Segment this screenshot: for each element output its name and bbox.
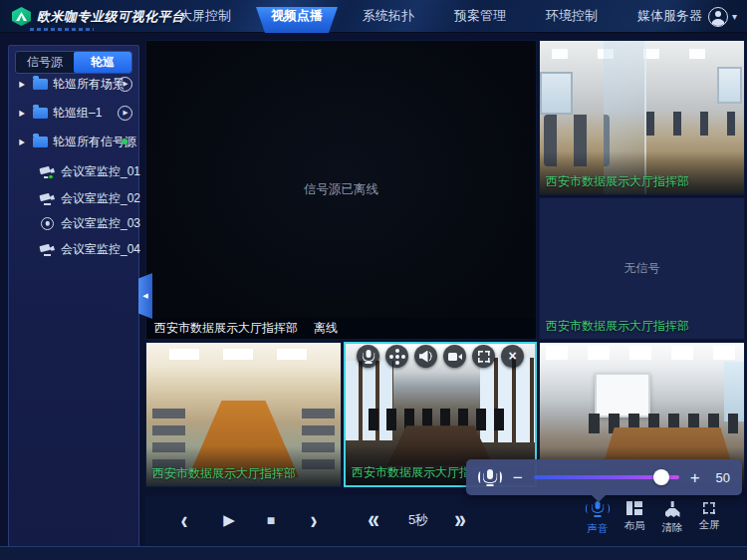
rewind-icon: « [368, 505, 379, 535]
expand-arrow-icon[interactable]: ▶ [19, 138, 25, 146]
video-title: 西安市数据展示大厅指挥部 [546, 173, 689, 190]
tree-group-patrol-group-1[interactable]: ▶ 轮巡组–1 ▶ [9, 101, 138, 125]
video-title: 西安市数据展示大厅指挥部 [154, 320, 298, 337]
sidebar-tab-group: 信号源 轮巡 [15, 51, 132, 74]
playback-control-bar: ‹ ▶ ■ › « 5秒 » 声音 布局 清除 全屏 [145, 495, 745, 545]
speaker-button[interactable] [414, 345, 437, 368]
volume-slider[interactable] [534, 469, 679, 485]
video-panel-bottom-left[interactable]: 西安市数据展示大厅指挥部 [145, 342, 342, 487]
play-icon: ▶ [223, 511, 235, 529]
video-panel-top-right[interactable]: 西安市数据展示大厅指挥部 [539, 40, 745, 195]
nav-item-system-topology[interactable]: 系统拓扑 [348, 0, 429, 33]
video-panel-main[interactable]: 信号源已离线 西安市数据展示大厅指挥部 离线 [145, 40, 537, 340]
increase-interval-button[interactable]: » [455, 495, 466, 545]
top-bar: 欧米咖专业级可视化平台 大屏控制 视频点播 系统拓扑 预案管理 环境控制 媒体服… [0, 0, 747, 33]
camera-item-02[interactable]: 会议室监控_02 [9, 188, 138, 208]
nav-item-video-on-demand[interactable]: 视频点播 [256, 0, 338, 33]
layout-button[interactable]: 布局 [615, 501, 654, 533]
tab-patrol[interactable]: 轮巡 [74, 52, 131, 73]
volume-increase-button[interactable]: + [688, 469, 702, 486]
close-button[interactable]: × [501, 345, 524, 368]
nav-item-environment-control[interactable]: 环境控制 [531, 0, 613, 33]
play-button[interactable]: ▶ [223, 495, 235, 545]
volume-slider-thumb[interactable] [653, 469, 669, 485]
ptz-camera-icon [39, 242, 57, 256]
close-icon: × [508, 349, 516, 363]
sidebar-collapse-handle[interactable]: ◀ [138, 273, 152, 319]
camera-item-01[interactable]: 会议室监控_01 [9, 161, 138, 181]
video-status: 离线 [314, 320, 338, 337]
stop-icon: ■ [267, 512, 275, 528]
camera-item-03[interactable]: 会议室监控_03 [9, 213, 138, 233]
ptz-camera-icon [39, 164, 57, 178]
tree-group-all-signal-sources[interactable]: ▶ 轮巡所有信号源 [9, 130, 138, 153]
top-navigation: 大屏控制 视频点播 系统拓扑 预案管理 环境控制 媒体服务器 [159, 0, 722, 33]
expand-arrow-icon[interactable]: ▶ [19, 109, 25, 118]
logo-deco-dashes [30, 28, 94, 31]
broom-icon [665, 501, 680, 517]
video-title: 西安市数据展示大厅指挥部 [152, 465, 296, 482]
microphone-button[interactable] [357, 345, 379, 368]
nav-item-screen-control[interactable]: 大屏控制 [164, 0, 246, 33]
video-camera-icon [448, 352, 462, 362]
video-title: 西安市数据展示大厅指挥部 [546, 318, 689, 335]
tree-group-all-scenes[interactable]: ▶ 轮巡所有场景 ▶ [9, 72, 138, 96]
layout-icon [626, 501, 642, 515]
ptz-pad-icon [395, 355, 399, 359]
next-icon: › [311, 505, 318, 535]
online-dot [48, 174, 54, 180]
play-group-button[interactable]: ▶ [118, 77, 132, 92]
interval-value: 5秒 [408, 495, 428, 545]
offline-message: 信号源已离线 [146, 181, 536, 198]
active-dot-indicator [122, 139, 127, 144]
no-signal-message: 无信号 [540, 260, 744, 277]
nav-item-media-server[interactable]: 媒体服务器 [622, 0, 717, 33]
app-window: 欧米咖专业级可视化平台 大屏控制 视频点播 系统拓扑 预案管理 环境控制 媒体服… [0, 0, 747, 560]
fullscreen-button[interactable] [472, 345, 495, 368]
logo-icon [12, 7, 31, 26]
fullscreen-icon [703, 502, 715, 514]
ptz-camera-icon [39, 191, 57, 205]
speaker-icon [419, 351, 433, 363]
expand-arrow-icon[interactable]: ▶ [19, 80, 25, 89]
folder-icon [33, 137, 48, 147]
previous-button[interactable]: ‹ [181, 495, 188, 545]
decrease-interval-button[interactable]: « [369, 495, 379, 545]
stop-button[interactable]: ■ [267, 495, 275, 545]
volume-decrease-button[interactable]: − [511, 469, 525, 486]
microphone-icon [363, 350, 374, 364]
nav-item-plan-management[interactable]: 预案管理 [439, 0, 521, 33]
ptz-control-button[interactable] [385, 345, 408, 368]
video-hover-toolbar: × [357, 345, 524, 368]
microphone-waves-icon [478, 469, 502, 486]
play-group-button[interactable]: ▶ [118, 106, 132, 121]
video-panel-mid-right[interactable]: 无信号 西安市数据展示大厅指挥部 [539, 197, 745, 340]
tab-signal-source[interactable]: 信号源 [16, 52, 74, 73]
collapse-arrow-icon: ◀ [142, 292, 147, 300]
user-menu[interactable]: ▾ [708, 0, 737, 33]
folder-icon [33, 79, 48, 90]
camera-item-04[interactable]: 会议室监控_04 [9, 239, 138, 259]
forward-icon: » [454, 505, 466, 535]
video-grid: 信号源已离线 西安市数据展示大厅指挥部 离线 西安市数据展示大厅指挥部 无信号 … [145, 40, 745, 487]
dome-camera-icon [41, 217, 54, 230]
fullscreen-icon [478, 351, 490, 363]
video-title-bar: 西安市数据展示大厅指挥部 离线 [146, 318, 536, 339]
camera-button[interactable] [443, 345, 466, 368]
clear-button[interactable]: 清除 [652, 501, 692, 535]
volume-popup: − + 50 [466, 459, 742, 495]
previous-icon: ‹ [181, 505, 188, 535]
volume-value: 50 [711, 470, 731, 485]
fullscreen-button[interactable]: 全屏 [689, 501, 729, 532]
folder-icon [33, 108, 48, 119]
chevron-down-icon[interactable]: ▾ [732, 11, 737, 22]
bottom-strip [0, 546, 747, 560]
next-button[interactable]: › [311, 495, 318, 545]
sidebar-panel: 信号源 轮巡 ▶ 轮巡所有场景 ▶ ▶ 轮巡组–1 ▶ ▶ 轮巡所有信号源 会议… [8, 45, 139, 553]
user-avatar-icon[interactable] [708, 7, 728, 27]
